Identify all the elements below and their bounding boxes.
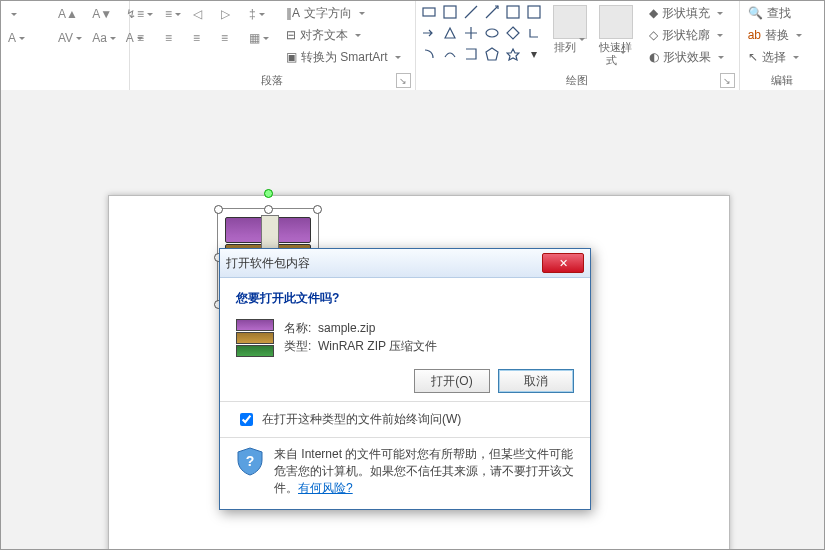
close-button[interactable]: ✕ [542, 253, 584, 273]
bullets-button[interactable]: ≡ [134, 3, 160, 25]
always-ask-label: 在打开这种类型的文件前始终询问(W) [262, 411, 461, 428]
shrink-font-button[interactable]: A▼ [89, 3, 119, 25]
replace-button[interactable]: ab替换 [744, 25, 806, 45]
name-value: sample.zip [318, 321, 375, 335]
font-color-dropdown[interactable]: A [5, 27, 51, 49]
close-icon: ✕ [559, 257, 568, 270]
binoculars-icon: 🔍 [748, 6, 763, 20]
paragraph-launcher-icon[interactable]: ↘ [396, 73, 411, 88]
risk-link[interactable]: 有何风险? [298, 481, 353, 495]
editing-group: 🔍查找 ab替换 ↖选择 编辑 [740, 1, 824, 90]
svg-text:?: ? [246, 453, 255, 469]
resize-handle[interactable] [313, 205, 322, 214]
resize-handle[interactable] [264, 205, 273, 214]
decrease-indent-button[interactable]: ◁ [190, 3, 216, 25]
shield-icon: ? [236, 446, 264, 476]
shape-outline-button[interactable]: ◇形状轮廓 [645, 25, 728, 45]
dialog-question: 您要打开此文件吗? [236, 290, 574, 307]
always-ask-checkbox[interactable]: 在打开这种类型的文件前始终询问(W) [236, 410, 574, 429]
file-type-icon [236, 319, 274, 355]
always-ask-input[interactable] [240, 413, 253, 426]
replace-icon: ab [748, 28, 761, 42]
quick-styles-button[interactable]: 快速样式 [595, 3, 637, 72]
quick-styles-icon [599, 5, 633, 39]
shapes-gallery[interactable]: ▾ [420, 3, 545, 72]
open-package-dialog: 打开软件包内容 ✕ 您要打开此文件吗? 名称: sample.zip 类型: W… [219, 248, 591, 510]
line-spacing-button[interactable]: ‡ [246, 3, 272, 25]
dialog-title: 打开软件包内容 [226, 255, 542, 272]
svg-rect-0 [423, 8, 435, 16]
svg-rect-4 [507, 6, 519, 18]
drawing-group: ▾ 排列 快速样式 ◆形状填充 ◇形状轮廓 ◐形状效果 绘图 ↘ [416, 1, 740, 90]
ribbon: A A▲ AV A▼ Aa ↯ A ≡ ≡ ◁ [1, 1, 824, 91]
svg-line-2 [465, 6, 477, 18]
type-label: 类型: [284, 339, 311, 353]
grow-font-button[interactable]: A▲ [55, 3, 85, 25]
file-info: 名称: sample.zip 类型: WinRAR ZIP 压缩文件 [284, 319, 437, 355]
arrange-button[interactable]: 排列 [549, 3, 591, 72]
svg-point-6 [486, 29, 498, 37]
svg-marker-7 [486, 48, 498, 60]
rotate-handle[interactable] [264, 189, 273, 198]
shape-effects-button[interactable]: ◐形状效果 [645, 47, 728, 67]
increase-indent-button[interactable]: ▷ [218, 3, 244, 25]
select-button[interactable]: ↖选择 [744, 47, 806, 67]
font-group-label [5, 72, 125, 88]
paragraph-group: ≡ ≡ ◁ ▷ ‡ ≡ ≡ ≡ ≡ ▦ ‖A文字方向 ⊟对齐文本 ▣转换为 Sm… [130, 1, 416, 90]
svg-rect-1 [444, 6, 456, 18]
font-group: A A▲ AV A▼ Aa ↯ A [1, 1, 130, 90]
align-text-button[interactable]: ⊟对齐文本 [282, 25, 405, 45]
drawing-launcher-icon[interactable]: ↘ [720, 73, 735, 88]
font-family-dropdown[interactable] [5, 3, 51, 25]
name-label: 名称: [284, 321, 311, 335]
shape-fill-button[interactable]: ◆形状填充 [645, 3, 728, 23]
svg-rect-5 [528, 6, 540, 18]
columns-button[interactable]: ▦ [246, 27, 272, 49]
dialog-titlebar[interactable]: 打开软件包内容 ✕ [220, 249, 590, 278]
numbering-button[interactable]: ≡ [162, 3, 188, 25]
align-left-button[interactable]: ≡ [134, 27, 160, 49]
align-center-button[interactable]: ≡ [162, 27, 188, 49]
cursor-icon: ↖ [748, 50, 758, 64]
arrange-icon [553, 5, 587, 39]
change-case-button[interactable]: Aa [89, 27, 119, 49]
text-direction-button[interactable]: ‖A文字方向 [282, 3, 405, 23]
open-button[interactable]: 打开(O) [414, 369, 490, 393]
cancel-button[interactable]: 取消 [498, 369, 574, 393]
find-button[interactable]: 🔍查找 [744, 3, 806, 23]
resize-handle[interactable] [214, 205, 223, 214]
warning-text: 来自 Internet 的文件可能对您有所帮助，但某些文件可能 危害您的计算机。… [274, 446, 574, 497]
char-spacing-button[interactable]: AV [55, 27, 85, 49]
type-value: WinRAR ZIP 压缩文件 [318, 339, 437, 353]
justify-button[interactable]: ≡ [218, 27, 244, 49]
drawing-group-label: 绘图 [420, 72, 735, 88]
align-right-button[interactable]: ≡ [190, 27, 216, 49]
svg-line-3 [486, 6, 498, 18]
convert-smartart-button[interactable]: ▣转换为 SmartArt [282, 47, 405, 67]
paragraph-group-label: 段落 [134, 72, 411, 88]
editing-group-label: 编辑 [744, 72, 820, 88]
